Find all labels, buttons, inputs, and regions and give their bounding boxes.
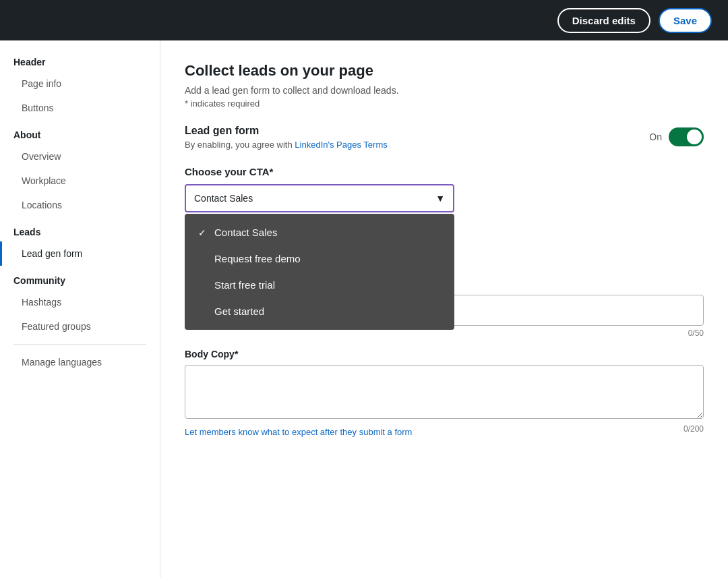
topbar: Discard edits Save: [0, 0, 728, 40]
lead-gen-toggle[interactable]: [669, 127, 704, 146]
body-copy-footer: Let members know what to expect after th…: [185, 424, 704, 437]
required-note: * indicates required: [185, 98, 704, 109]
page-subtitle: Add a lead gen form to collect and downl…: [185, 85, 704, 96]
lead-gen-toggle-row: Lead gen form By enabling, you agree wit…: [185, 125, 704, 150]
body-copy-field-group: Body Copy* Let members know what to expe…: [185, 349, 704, 437]
main-content: Collect leads on your page Add a lead ge…: [160, 40, 728, 578]
save-button[interactable]: Save: [659, 8, 712, 33]
toggle-on-text: On: [649, 132, 662, 142]
toggle-right: On: [649, 127, 704, 146]
chevron-down-icon: ▼: [435, 193, 445, 204]
cta-option-label: Contact Sales: [214, 227, 277, 238]
sidebar-header: Header: [0, 47, 160, 71]
sidebar-item-workplace[interactable]: Workplace: [0, 169, 160, 193]
sidebar-section-leads: Leads: [0, 217, 160, 241]
sidebar-section-about: About: [0, 120, 160, 144]
body-copy-input[interactable]: [185, 365, 704, 419]
layout: Header Page info Buttons About Overview …: [0, 40, 728, 578]
headline-char-count: 0/50: [185, 328, 704, 338]
lead-gen-label: Lead gen form: [185, 125, 388, 137]
sidebar-item-overview[interactable]: Overview: [0, 144, 160, 169]
sidebar-item-lead-gen-form[interactable]: Lead gen form: [0, 241, 160, 266]
cta-option-get-started[interactable]: ✓ Get started: [185, 298, 454, 324]
cta-option-contact-sales[interactable]: ✓ Contact Sales: [185, 219, 454, 245]
body-copy-label: Body Copy*: [185, 349, 704, 359]
cta-selected-value: Contact Sales: [194, 193, 253, 204]
sidebar-item-locations[interactable]: Locations: [0, 193, 160, 217]
body-copy-char-count: 0/200: [684, 424, 704, 434]
sidebar-item-buttons[interactable]: Buttons: [0, 96, 160, 120]
checkmark-icon: ✓: [198, 227, 209, 238]
sidebar-item-featured-groups[interactable]: Featured groups: [0, 314, 160, 339]
body-copy-hint: Let members know what to expect after th…: [185, 427, 412, 437]
cta-option-request-free-demo[interactable]: ✓ Request free demo: [185, 245, 454, 272]
cta-option-label: Start free trial: [214, 279, 275, 291]
page-title: Collect leads on your page: [185, 62, 704, 80]
lead-gen-label-group: Lead gen form By enabling, you agree wit…: [185, 125, 388, 150]
lead-gen-sublabel-text: By enabling, you agree with: [185, 140, 293, 150]
cta-option-label: Request free demo: [214, 253, 301, 264]
cta-dropdown-trigger[interactable]: Contact Sales ▼: [185, 184, 454, 212]
cta-option-label: Get started: [214, 306, 264, 317]
sidebar-section-community: Community: [0, 266, 160, 290]
sidebar-item-page-info[interactable]: Page info: [0, 71, 160, 96]
sidebar: Header Page info Buttons About Overview …: [0, 40, 160, 578]
cta-section: Choose your CTA* Contact Sales ▼ ✓ Conta…: [185, 166, 704, 212]
discard-edits-button[interactable]: Discard edits: [557, 8, 650, 33]
sidebar-item-hashtags[interactable]: Hashtags: [0, 290, 160, 314]
cta-dropdown-menu: ✓ Contact Sales ✓ Request free demo ✓ St…: [185, 214, 454, 330]
lead-gen-sublabel: By enabling, you agree with LinkedIn's P…: [185, 140, 388, 150]
sidebar-divider: [13, 344, 146, 345]
linkedin-pages-terms-link[interactable]: LinkedIn's Pages Terms: [295, 140, 387, 150]
cta-label: Choose your CTA*: [185, 166, 704, 177]
sidebar-item-manage-languages[interactable]: Manage languages: [0, 350, 160, 374]
cta-dropdown-container: Contact Sales ▼ ✓ Contact Sales ✓ Reques…: [185, 184, 704, 212]
cta-option-start-free-trial[interactable]: ✓ Start free trial: [185, 272, 454, 298]
